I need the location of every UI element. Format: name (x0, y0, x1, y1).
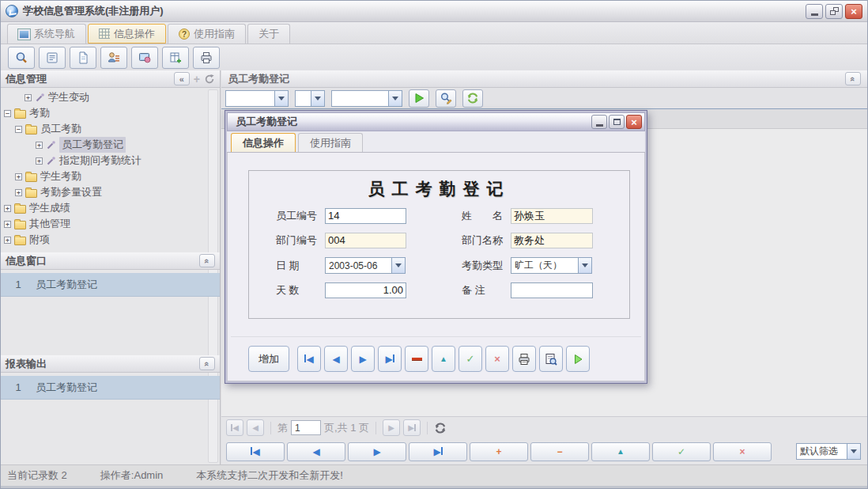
name-input[interactable] (511, 208, 593, 224)
add-icon[interactable]: + (194, 73, 200, 85)
prev-page-button[interactable]: ◀ (247, 419, 264, 436)
nav-edit-button[interactable]: ▲ (591, 442, 650, 461)
nav-cancel-button[interactable]: × (713, 442, 772, 461)
report-output-row[interactable]: 1 员工考勤登记 (1, 376, 220, 400)
tree-item-period-attendance-stats[interactable]: + 指定期间考勤统计 (1, 153, 220, 169)
tree-item-student-attendance[interactable]: + 学生考勤 (1, 169, 220, 184)
expand-icon[interactable]: + (15, 189, 22, 196)
att-type-select[interactable]: 旷工（天） (511, 257, 592, 274)
close-button[interactable]: × (845, 4, 862, 19)
refresh-icon[interactable] (204, 74, 215, 85)
printer-button[interactable] (193, 47, 220, 69)
filter-control-row (221, 88, 867, 109)
last-page-button[interactable]: ▶ (403, 419, 421, 436)
tree-item-student-grades[interactable]: + 学生成绩 (1, 200, 220, 216)
tab-system-nav[interactable]: 系统导航 (7, 24, 86, 44)
expand-icon[interactable]: + (36, 157, 43, 165)
delete-record-button[interactable] (405, 346, 428, 372)
tree-item-staff-attendance-register[interactable]: + 员工考勤登记 (1, 137, 220, 153)
tab-info-operation[interactable]: 信息操作 (88, 24, 166, 44)
prev-record-button[interactable]: ◀ (324, 346, 348, 372)
tab-user-guide[interactable]: ? 使用指南 (168, 24, 246, 44)
nav-prev-button[interactable]: ◀ (287, 442, 345, 461)
chevron-down-icon[interactable] (388, 90, 402, 107)
expand-icon[interactable]: + (36, 142, 43, 149)
find-edit-button[interactable] (436, 89, 456, 108)
filter-combo-3[interactable] (331, 90, 402, 107)
chevron-down-icon[interactable] (311, 90, 325, 107)
save-record-button[interactable]: ✓ (459, 346, 482, 372)
dialog-close-button[interactable]: × (626, 115, 642, 129)
chevron-down-icon[interactable] (391, 257, 406, 274)
tab-about[interactable]: 关于 (247, 24, 290, 44)
days-input[interactable] (325, 282, 406, 298)
nav-last-button[interactable]: ▶ (409, 442, 467, 461)
nav-first-button[interactable]: ◀ (226, 442, 285, 461)
dialog-title-bar[interactable]: 员工考勤登记 × (227, 112, 645, 131)
form-view-button[interactable] (39, 47, 66, 69)
cancel-record-button[interactable]: × (485, 346, 509, 372)
default-filter-select[interactable]: 默认筛选 (796, 443, 861, 460)
tree-item-attendance[interactable]: − 考勤 (1, 105, 220, 121)
tree-item-appendix[interactable]: + 附项 (1, 232, 220, 248)
execute-query-button[interactable] (409, 89, 429, 108)
expand-icon[interactable]: + (25, 94, 32, 101)
panel-collapse-button[interactable]: « (199, 357, 215, 370)
expand-icon[interactable]: − (4, 110, 11, 117)
tree-item-attendance-params[interactable]: + 考勤参量设置 (1, 184, 220, 200)
dept-no-input[interactable] (325, 233, 406, 248)
tree-item-student-change[interactable]: + 学生变动 (1, 89, 220, 105)
date-select[interactable]: 2003-05-06 (325, 257, 406, 274)
remark-input[interactable] (511, 282, 593, 298)
dialog-window-controls: × (591, 115, 642, 129)
user-manage-button[interactable] (100, 47, 127, 69)
nav-save-button[interactable]: ✓ (652, 442, 711, 461)
first-page-button[interactable]: ◀ (226, 419, 243, 436)
run-button[interactable] (566, 346, 590, 372)
dialog-tab-user-guide[interactable]: 使用指南 (298, 133, 363, 152)
panel-collapse-button[interactable]: « (199, 254, 215, 267)
expand-icon[interactable]: + (15, 173, 22, 180)
info-window-row[interactable]: 1 员工考勤登记 (1, 273, 220, 297)
search-button[interactable] (8, 47, 35, 69)
restore-button[interactable] (825, 4, 843, 19)
tree-item-staff-attendance[interactable]: − 员工考勤 (1, 121, 220, 137)
dialog-maximize-button[interactable] (609, 115, 625, 129)
nav-delete-button[interactable]: − (530, 442, 589, 461)
document-icon (76, 51, 90, 65)
new-document-button[interactable] (70, 47, 96, 69)
table-add-button[interactable] (162, 47, 189, 69)
chevron-down-icon[interactable] (578, 257, 592, 274)
content-collapse-button[interactable]: « (845, 72, 861, 85)
tree-item-other-mgmt[interactable]: + 其他管理 (1, 216, 220, 232)
days-label: 天 数 (276, 283, 325, 298)
print-button[interactable] (512, 346, 536, 372)
filter-combo-1[interactable] (225, 90, 289, 107)
chevron-down-icon[interactable] (274, 90, 289, 107)
expand-icon[interactable]: + (4, 205, 11, 212)
preview-button[interactable] (539, 346, 563, 372)
chevron-down-icon[interactable] (847, 443, 861, 460)
edit-record-button[interactable]: ▲ (432, 346, 455, 372)
add-record-button[interactable]: 增加 (248, 346, 289, 372)
filter-combo-2[interactable] (295, 90, 325, 107)
refresh-data-button[interactable] (462, 89, 483, 108)
page-number-input[interactable] (291, 420, 321, 435)
expand-icon[interactable]: + (4, 237, 11, 244)
emp-no-input[interactable] (325, 208, 406, 224)
last-record-button[interactable]: ▶ (378, 346, 402, 372)
minimize-button[interactable] (806, 4, 823, 19)
next-record-button[interactable]: ▶ (351, 346, 375, 372)
sidebar-collapse-button[interactable]: « (174, 72, 190, 85)
window-view-button[interactable] (131, 47, 158, 69)
expand-icon[interactable]: − (15, 126, 22, 133)
first-record-button[interactable]: ◀ (297, 346, 321, 372)
dialog-tab-info-operation[interactable]: 信息操作 (231, 133, 296, 152)
dept-name-input[interactable] (511, 233, 593, 248)
expand-icon[interactable]: + (4, 221, 11, 228)
nav-add-button[interactable]: + (470, 442, 528, 461)
dialog-minimize-button[interactable] (591, 115, 607, 129)
next-page-button[interactable]: ▶ (383, 419, 400, 436)
refresh-page-icon[interactable] (434, 422, 447, 434)
nav-next-button[interactable]: ▶ (348, 442, 406, 461)
